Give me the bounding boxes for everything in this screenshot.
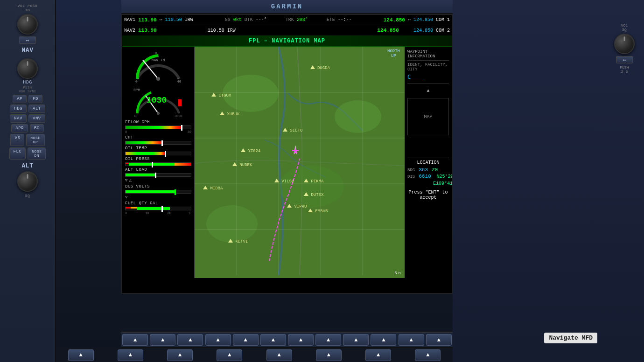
vnv-button[interactable]: VNV bbox=[28, 114, 45, 123]
bottom-softkey-3[interactable]: ▲ bbox=[167, 349, 193, 361]
hdg-button[interactable]: HDG bbox=[10, 104, 27, 113]
oil-press-red-low bbox=[126, 163, 129, 164]
right-swap-btn[interactable]: ⇔ bbox=[616, 56, 633, 63]
header-row-2: NAV2 113.90 110.50 IRW 124.850 124.850 C… bbox=[122, 25, 452, 35]
alt-load-bar bbox=[125, 173, 191, 177]
softkey-4[interactable]: ▲ bbox=[205, 334, 231, 346]
nav-ap-button[interactable]: NAV bbox=[10, 114, 27, 123]
bottom-softkey-5[interactable]: ▲ bbox=[266, 349, 292, 361]
lat-value: N25°29.3' bbox=[437, 174, 452, 179]
svg-text:0: 0 bbox=[135, 79, 138, 84]
swap-arrow-btn[interactable]: ⇔ bbox=[19, 36, 36, 44]
ident-input[interactable]: C____ bbox=[407, 74, 449, 84]
embab-triangle bbox=[308, 209, 313, 212]
fuel-20: 20 bbox=[167, 211, 171, 215]
softkey-9[interactable]: ▲ bbox=[343, 334, 369, 346]
softkey-6[interactable]: ▲ bbox=[260, 334, 286, 346]
vs-button[interactable]: VS bbox=[10, 134, 24, 146]
fuel-needle bbox=[161, 206, 163, 212]
main-content-area: 0 8 40 MAN IN 0 3000 bbox=[122, 47, 452, 278]
svg-point-15 bbox=[279, 166, 344, 208]
softkey-3[interactable]: ▲ bbox=[177, 334, 203, 346]
hdg-knob[interactable] bbox=[17, 58, 38, 79]
com1-active: 124.850 bbox=[384, 17, 405, 23]
com1-standby: 124.850 bbox=[413, 17, 433, 22]
softkey-10[interactable]: ▲ bbox=[371, 334, 396, 346]
fuel-green bbox=[137, 207, 170, 210]
alt-button-ap[interactable]: ALT bbox=[28, 104, 45, 113]
bus-volts-arrow: ▽ bbox=[125, 195, 191, 200]
mfd-frame: NAV1 113.90 ↔ 110.50 IRW GS 0kt DTK ---°… bbox=[121, 14, 453, 294]
fflow-section: FFLOW GPH 030 bbox=[125, 120, 191, 134]
fd-button[interactable]: FD bbox=[28, 95, 42, 103]
softkey-1[interactable]: ▲ bbox=[122, 334, 148, 346]
waypoint-yz024: YZ024 bbox=[241, 148, 260, 153]
navigate-tooltip: Navigate MFD bbox=[544, 333, 597, 343]
softkey-12[interactable]: ▲ bbox=[426, 334, 452, 346]
map-display[interactable]: NORTH UP DUGDA ETGOX XUBUK SILTO bbox=[195, 47, 405, 278]
fflow-fill bbox=[126, 126, 181, 129]
softkey-11[interactable]: ▲ bbox=[399, 334, 424, 346]
nose-up-button[interactable]: NOSEUP bbox=[26, 134, 44, 146]
waypoint-dugda: DUGDA bbox=[310, 65, 330, 70]
waypoint-embab: EMBAB bbox=[308, 209, 328, 214]
map-preview-label: MAP bbox=[424, 114, 432, 119]
trk-value: 203° bbox=[297, 17, 308, 22]
dugda-triangle bbox=[310, 65, 315, 69]
dis-value: 6610 bbox=[419, 174, 431, 179]
nudek-triangle bbox=[232, 162, 237, 166]
svg-text:3000: 3000 bbox=[175, 114, 182, 118]
ap-button[interactable]: AP bbox=[13, 95, 27, 103]
bottom-softkey-1[interactable]: ▲ bbox=[68, 349, 94, 361]
right-vol-knob[interactable] bbox=[614, 34, 635, 54]
waypoint-pikma: PIKMA bbox=[304, 179, 323, 184]
wp-info-header: WAYPOINT INFORMATION bbox=[407, 49, 449, 61]
apr-button[interactable]: APR bbox=[11, 124, 28, 132]
pikma-triangle bbox=[304, 179, 308, 182]
vs-nose-up-row: VS NOSEUP bbox=[0, 134, 55, 146]
map-black-area bbox=[407, 137, 449, 156]
softkey-5[interactable]: ▲ bbox=[233, 334, 259, 346]
fflow-bar bbox=[125, 125, 191, 129]
dutex-triangle bbox=[304, 192, 308, 196]
dtk-label: DTK bbox=[245, 17, 253, 22]
softkey-8[interactable]: ▲ bbox=[315, 334, 341, 346]
waypoint-etgox: ETGOX bbox=[211, 93, 231, 98]
garmin-brand-bar: GARMIN bbox=[121, 0, 453, 14]
bottom-softkey-6[interactable]: ▲ bbox=[316, 349, 342, 361]
bottom-softkey-7[interactable]: ▲ bbox=[365, 349, 391, 361]
fuel-qty-label: FUEL QTY GAL bbox=[125, 201, 191, 206]
bottom-bar: ▲ ▲ ▲ ▲ ▲ ▲ ▲ ▲ bbox=[56, 348, 453, 362]
nav1-ident: IRW bbox=[185, 17, 193, 22]
bottom-softkey-4[interactable]: ▲ bbox=[217, 349, 242, 361]
midba-triangle bbox=[203, 186, 208, 189]
bottom-softkey-2[interactable]: ▲ bbox=[118, 349, 143, 361]
xubuk-triangle bbox=[220, 111, 224, 115]
waypoint-midba: MIDBA bbox=[203, 186, 223, 191]
vol-knob[interactable] bbox=[17, 14, 38, 35]
svg-rect-8 bbox=[178, 99, 182, 106]
flc-button[interactable]: FLC bbox=[9, 147, 26, 160]
nav1-standby: 110.50 bbox=[165, 17, 182, 22]
bc-button[interactable]: BC bbox=[30, 124, 44, 132]
yz024-triangle bbox=[241, 148, 245, 152]
oil-temp-bar bbox=[125, 152, 191, 155]
map-title: FPL – NAVIGATION MAP bbox=[249, 38, 325, 44]
dtk-value: ---° bbox=[256, 17, 267, 22]
ete-label: ETE bbox=[327, 17, 335, 22]
nav2-label: NAV2 bbox=[124, 28, 135, 33]
header-row-1: NAV1 113.90 ↔ 110.50 IRW GS 0kt DTK ---°… bbox=[122, 15, 452, 25]
fflow-needle bbox=[181, 125, 182, 131]
nose-dn-button[interactable]: NOSEDN bbox=[28, 147, 46, 160]
softkey-2[interactable]: ▲ bbox=[150, 334, 175, 346]
hdg-alt-row: HDG ALT bbox=[0, 104, 55, 113]
softkey-7[interactable]: ▲ bbox=[288, 334, 314, 346]
alt-knob[interactable] bbox=[17, 171, 38, 192]
nav-label: NAV bbox=[22, 47, 34, 54]
dis-label: DIS bbox=[407, 174, 415, 179]
svg-text:40: 40 bbox=[177, 79, 182, 84]
ete-value: --:-- bbox=[338, 17, 352, 22]
cht-needle bbox=[161, 140, 163, 146]
bottom-softkey-8[interactable]: ▲ bbox=[415, 349, 441, 361]
map-scale: 5 n bbox=[394, 271, 401, 276]
